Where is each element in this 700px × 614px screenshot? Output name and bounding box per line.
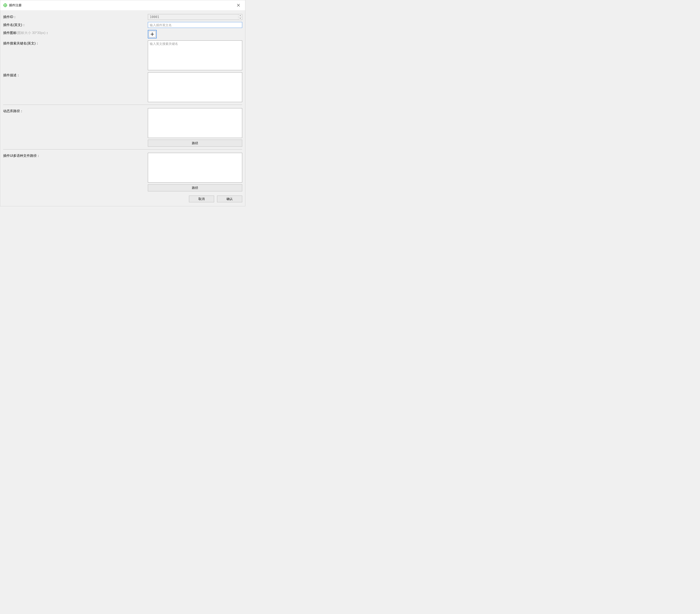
close-button[interactable] bbox=[235, 2, 242, 8]
divider-2 bbox=[3, 149, 242, 150]
label-keywords: 插件搜索关键名(英文)： bbox=[3, 40, 148, 46]
row-ui-lang-path: 插件UI多语种文件路径： 路径 bbox=[3, 153, 242, 191]
app-icon bbox=[3, 3, 7, 7]
dll-path-textarea[interactable] bbox=[148, 108, 242, 138]
description-textarea[interactable] bbox=[148, 72, 242, 102]
close-icon bbox=[237, 4, 240, 7]
confirm-button[interactable]: 确认 bbox=[217, 195, 242, 202]
dll-path-button[interactable]: 路径 bbox=[148, 140, 242, 147]
plugin-register-dialog: 插件注册 插件ID： ▲ ▼ 插件名 bbox=[0, 0, 245, 206]
row-description: 插件描述： bbox=[3, 72, 242, 102]
label-plugin-icon-prefix: 插件图标 bbox=[3, 31, 16, 35]
label-plugin-icon-hint: (图标大小 30*30px) bbox=[16, 31, 46, 35]
titlebar: 插件注册 bbox=[0, 0, 245, 10]
label-description: 插件描述： bbox=[3, 72, 148, 78]
spinner-buttons: ▲ ▼ bbox=[238, 14, 242, 20]
spinner-up-button[interactable]: ▲ bbox=[238, 14, 242, 17]
row-keywords: 插件搜索关键名(英文)： bbox=[3, 40, 242, 70]
titlebar-left: 插件注册 bbox=[3, 3, 22, 7]
label-dll-path: 动态库路径： bbox=[3, 108, 148, 113]
row-plugin-id: 插件ID： ▲ ▼ bbox=[3, 14, 242, 20]
ui-lang-path-button[interactable]: 路径 bbox=[148, 184, 242, 191]
label-plugin-name: 插件名(英文)： bbox=[3, 22, 148, 27]
row-dll-path: 动态库路径： 路径 bbox=[3, 108, 242, 147]
add-icon-inner bbox=[149, 31, 155, 37]
row-plugin-name: 插件名(英文)： bbox=[3, 22, 242, 28]
label-ui-lang-path: 插件UI多语种文件路径： bbox=[3, 153, 148, 158]
spinner-down-button[interactable]: ▼ bbox=[238, 17, 242, 20]
label-plugin-id: 插件ID： bbox=[3, 14, 148, 19]
label-plugin-icon-suffix: ： bbox=[46, 31, 49, 35]
plugin-id-input[interactable] bbox=[148, 14, 238, 20]
dialog-content: 插件ID： ▲ ▼ 插件名(英文)： 插件图标(图标大小 30*30p bbox=[0, 10, 245, 206]
add-icon-button[interactable] bbox=[148, 30, 157, 38]
keywords-textarea[interactable] bbox=[148, 40, 242, 70]
ui-lang-path-textarea[interactable] bbox=[148, 153, 242, 182]
plus-icon bbox=[150, 32, 154, 36]
label-plugin-icon: 插件图标(图标大小 30*30px)： bbox=[3, 30, 148, 35]
row-plugin-icon: 插件图标(图标大小 30*30px)： bbox=[3, 30, 242, 38]
plugin-id-spinner[interactable]: ▲ ▼ bbox=[148, 14, 242, 20]
plugin-name-input[interactable] bbox=[148, 22, 242, 28]
cancel-button[interactable]: 取消 bbox=[189, 195, 214, 202]
dialog-footer: 取消 确认 bbox=[3, 193, 242, 203]
window-title: 插件注册 bbox=[9, 3, 22, 7]
